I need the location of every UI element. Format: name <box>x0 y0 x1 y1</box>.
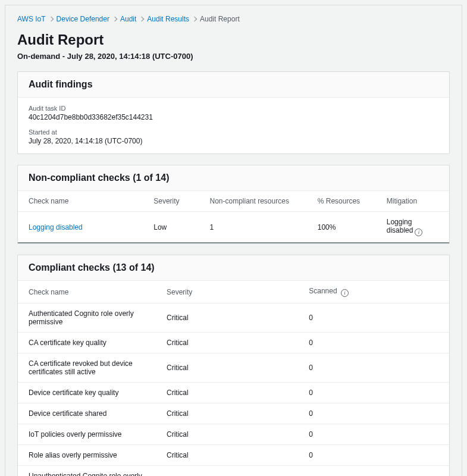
severity-cell: Critical <box>156 403 298 424</box>
noncompliant-card: Non-compliant checks (1 of 14) Check nam… <box>17 165 450 244</box>
scanned-cell: 0 <box>298 333 449 353</box>
task-id-value: 40c1204d7be8bb0d33682ef35c144231 <box>29 113 438 121</box>
pct-cell: 100% <box>307 212 376 243</box>
scanned-cell: 0 <box>298 445 449 466</box>
table-row: Role alias overly permissiveCritical0 <box>18 445 449 466</box>
started-at-label: Started at <box>29 129 438 136</box>
table-row: Device certificate key qualityCritical0 <box>18 383 449 403</box>
breadcrumb-link[interactable]: AWS IoT <box>17 15 46 23</box>
col-check-name[interactable]: Check name <box>18 281 156 303</box>
mitigation-text: Logging disabled <box>387 218 413 234</box>
chevron-right-icon <box>140 15 143 23</box>
check-name-cell: Unauthenticated Cognito role overly perm… <box>18 466 156 477</box>
chevron-right-icon <box>193 15 196 23</box>
breadcrumb-current: Audit Report <box>200 15 240 23</box>
page-subtitle: On-demand - July 28, 2020, 14:14:18 (UTC… <box>17 52 450 61</box>
col-resources[interactable]: Non-compliant resources <box>199 191 307 212</box>
page-root: AWS IoTDevice DefenderAuditAudit Results… <box>5 5 462 476</box>
audit-findings-card: Audit findings Audit task ID 40c1204d7be… <box>17 71 450 154</box>
breadcrumb-link[interactable]: Audit <box>120 15 136 23</box>
scanned-cell: 0 <box>298 383 449 403</box>
severity-cell: Critical <box>156 333 298 353</box>
check-name-cell: IoT policies overly permissive <box>18 424 156 445</box>
check-name-cell: CA certificate key quality <box>18 333 156 353</box>
col-pct[interactable]: % Resources <box>307 191 376 212</box>
scanned-cell: 0 <box>298 466 449 477</box>
breadcrumb-link[interactable]: Device Defender <box>57 15 109 23</box>
check-name-cell: Authenticated Cognito role overly permis… <box>18 303 156 333</box>
col-mitigation[interactable]: Mitigation <box>376 191 449 212</box>
started-at-value: July 28, 2020, 14:14:18 (UTC-0700) <box>29 137 438 145</box>
scanned-cell: 0 <box>298 403 449 424</box>
col-severity[interactable]: Severity <box>143 191 199 212</box>
severity-cell: Critical <box>156 353 298 383</box>
col-scanned-label: Scanned <box>309 287 337 295</box>
check-name-cell: Device certificate shared <box>18 403 156 424</box>
resources-cell: 1 <box>199 212 307 243</box>
check-name-cell: Role alias overly permissive <box>18 445 156 466</box>
task-id-label: Audit task ID <box>29 105 438 112</box>
compliant-card: Compliant checks (13 of 14) Check name S… <box>17 255 450 476</box>
chevron-right-icon <box>49 15 53 23</box>
severity-cell: Critical <box>156 445 298 466</box>
info-icon[interactable]: i <box>415 228 422 236</box>
check-name-cell: CA certificate revoked but device certif… <box>18 353 156 383</box>
info-icon[interactable]: i <box>341 289 349 297</box>
breadcrumb-link[interactable]: Audit Results <box>147 15 189 23</box>
table-row: Unauthenticated Cognito role overly perm… <box>18 466 449 477</box>
audit-findings-heading: Audit findings <box>29 79 438 90</box>
task-id-field: Audit task ID 40c1204d7be8bb0d33682ef35c… <box>29 105 438 121</box>
breadcrumb: AWS IoTDevice DefenderAuditAudit Results… <box>17 15 450 23</box>
scanned-cell: 0 <box>298 353 449 383</box>
chevron-right-icon <box>113 15 117 23</box>
severity-cell: Critical <box>156 424 298 445</box>
col-severity[interactable]: Severity <box>156 281 298 303</box>
scanned-cell: 0 <box>298 424 449 445</box>
table-row: CA certificate revoked but device certif… <box>18 353 449 383</box>
compliant-table: Check name Severity Scanned i Authentica… <box>18 281 449 476</box>
severity-cell: Critical <box>156 466 298 477</box>
started-at-field: Started at July 28, 2020, 14:14:18 (UTC-… <box>29 129 438 145</box>
severity-cell: Critical <box>156 303 298 333</box>
table-row: Device certificate sharedCritical0 <box>18 403 449 424</box>
table-row: Logging disabledLow1100%Logging disabled… <box>18 212 449 243</box>
noncompliant-table: Check name Severity Non-compliant resour… <box>18 191 449 243</box>
col-scanned[interactable]: Scanned i <box>298 281 449 303</box>
check-name-cell: Device certificate key quality <box>18 383 156 403</box>
noncompliant-heading: Non-compliant checks (1 of 14) <box>29 173 438 183</box>
check-name-link[interactable]: Logging disabled <box>29 223 83 231</box>
table-row: IoT policies overly permissiveCritical0 <box>18 424 449 445</box>
compliant-heading: Compliant checks (13 of 14) <box>29 262 438 273</box>
scanned-cell: 0 <box>298 303 449 333</box>
page-title: Audit Report <box>17 32 450 48</box>
severity-cell: Low <box>143 212 199 243</box>
table-row: Authenticated Cognito role overly permis… <box>18 303 449 333</box>
table-row: CA certificate key qualityCritical0 <box>18 333 449 353</box>
severity-cell: Critical <box>156 383 298 403</box>
col-check-name[interactable]: Check name <box>18 191 143 212</box>
